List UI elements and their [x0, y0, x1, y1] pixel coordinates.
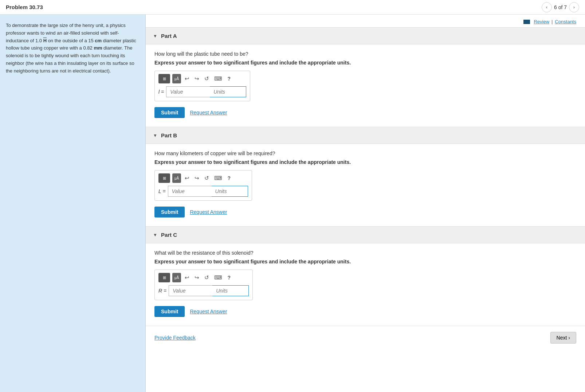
- part-c-toggle[interactable]: ▼: [153, 232, 157, 238]
- part-b-undo-button[interactable]: ↩: [183, 173, 191, 183]
- part-c-keyboard-button[interactable]: ⌨: [213, 273, 224, 282]
- part-b-submit-button[interactable]: Submit: [154, 207, 185, 217]
- footer-row: Provide Feedback Next ›: [146, 326, 585, 349]
- part-b-units-input[interactable]: [212, 186, 248, 197]
- part-b-reset-button[interactable]: ↺: [203, 173, 211, 183]
- part-a-units-input[interactable]: [210, 86, 246, 97]
- link-separator: |: [551, 19, 553, 24]
- part-b-instruction: Express your answer to two significant f…: [154, 159, 576, 165]
- review-icon: [523, 20, 530, 24]
- part-c-question: What will be the resistance of this sole…: [154, 250, 576, 256]
- part-a-actions: Submit Request Answer: [154, 107, 576, 118]
- feedback-link[interactable]: Provide Feedback: [154, 335, 196, 341]
- main-layout: To demonstrate the large size of the hen…: [0, 15, 585, 392]
- part-a-toolbar: ⊞ μÅ ↩ ↪ ↺ ⌨ ?: [158, 74, 246, 83]
- next-label: Next: [557, 335, 567, 341]
- part-c-actions: Submit Request Answer: [154, 306, 576, 317]
- part-c-help-button[interactable]: ?: [226, 274, 232, 281]
- page-count: 6 of 7: [554, 4, 567, 10]
- part-b-toggle[interactable]: ▼: [153, 133, 157, 138]
- part-b-body: How many kilometers of copper wire will …: [146, 144, 585, 226]
- part-b-header[interactable]: ▼ Part B: [146, 127, 585, 144]
- part-a-question: How long will the plastic tube need to b…: [154, 51, 576, 57]
- part-c-body: What will be the resistance of this sole…: [146, 243, 585, 326]
- constants-link[interactable]: Constants: [555, 19, 576, 24]
- part-b-actions: Submit Request Answer: [154, 207, 576, 217]
- part-c-input-row: R =: [158, 285, 249, 296]
- top-links-bar: Review | Constants: [146, 15, 585, 27]
- part-b-answer-box: ⊞ μÅ ↩ ↪ ↺ ⌨ ? L =: [154, 170, 252, 201]
- part-b-value-input[interactable]: [168, 186, 212, 197]
- part-c-reset-button[interactable]: ↺: [203, 273, 211, 282]
- part-a-request-link[interactable]: Request Answer: [190, 110, 227, 115]
- part-c-toolbar: ⊞ μÅ ↩ ↪ ↺ ⌨ ?: [158, 273, 249, 282]
- part-c-unit-button[interactable]: μÅ: [172, 273, 181, 282]
- part-a-matrix-button[interactable]: ⊞: [158, 74, 170, 83]
- problem-title: Problem 30.73: [6, 4, 43, 10]
- part-a-reset-button[interactable]: ↺: [203, 74, 211, 83]
- part-c-redo-button[interactable]: ↪: [193, 273, 201, 282]
- part-a-unit-button[interactable]: μÅ: [172, 74, 181, 83]
- part-b-section: ▼ Part B How many kilometers of copper w…: [146, 127, 585, 226]
- part-a-section: ▼ Part A How long will the plastic tube …: [146, 27, 585, 127]
- part-a-label: Part A: [161, 33, 177, 39]
- part-c-var: R =: [158, 288, 166, 294]
- part-c-units-input[interactable]: [212, 285, 249, 296]
- part-c-matrix-button[interactable]: ⊞: [158, 273, 170, 282]
- part-a-toggle[interactable]: ▼: [153, 34, 157, 39]
- problem-text: To demonstrate the large size of the hen…: [6, 22, 140, 75]
- next-button[interactable]: ›: [569, 2, 579, 12]
- part-b-question: How many kilometers of copper wire will …: [154, 150, 576, 156]
- part-c-section: ▼ Part C What will be the resistance of …: [146, 226, 585, 326]
- part-b-matrix-button[interactable]: ⊞: [158, 173, 170, 183]
- part-b-label: Part B: [161, 132, 177, 138]
- part-a-body: How long will the plastic tube need to b…: [146, 44, 585, 127]
- part-a-input-row: l =: [158, 86, 246, 97]
- part-b-keyboard-button[interactable]: ⌨: [213, 173, 224, 183]
- part-a-header[interactable]: ▼ Part A: [146, 28, 585, 44]
- review-link[interactable]: Review: [534, 19, 549, 24]
- part-a-redo-button[interactable]: ↪: [193, 74, 201, 83]
- part-a-help-button[interactable]: ?: [226, 75, 232, 82]
- part-a-var: l =: [158, 89, 164, 95]
- problem-sidebar: To demonstrate the large size of the hen…: [0, 15, 146, 392]
- next-page-button[interactable]: Next ›: [550, 332, 576, 344]
- part-b-redo-button[interactable]: ↪: [193, 173, 201, 183]
- prev-button[interactable]: ‹: [542, 2, 552, 12]
- pagination-nav: ‹ 6 of 7 ›: [542, 2, 579, 12]
- part-a-value-input[interactable]: [166, 86, 210, 97]
- part-b-toolbar: ⊞ μÅ ↩ ↪ ↺ ⌨ ?: [158, 173, 248, 183]
- part-c-label: Part C: [161, 232, 177, 238]
- part-c-header[interactable]: ▼ Part C: [146, 227, 585, 243]
- part-b-help-button[interactable]: ?: [226, 175, 232, 182]
- page-header: Problem 30.73 ‹ 6 of 7 ›: [0, 0, 585, 15]
- part-b-unit-button[interactable]: μÅ: [172, 173, 181, 183]
- main-content: Review | Constants ▼ Part A How long wil…: [146, 15, 585, 392]
- part-b-var: L =: [158, 188, 166, 194]
- part-a-instruction: Express your answer to two significant f…: [154, 60, 576, 66]
- part-c-submit-button[interactable]: Submit: [154, 306, 185, 317]
- part-c-undo-button[interactable]: ↩: [183, 273, 191, 282]
- part-a-undo-button[interactable]: ↩: [183, 74, 191, 83]
- part-b-request-link[interactable]: Request Answer: [190, 209, 227, 215]
- part-c-answer-box: ⊞ μÅ ↩ ↪ ↺ ⌨ ? R =: [154, 270, 253, 300]
- part-a-keyboard-button[interactable]: ⌨: [213, 74, 224, 83]
- part-a-submit-button[interactable]: Submit: [154, 107, 185, 118]
- part-b-input-row: L =: [158, 186, 248, 197]
- part-c-value-input[interactable]: [169, 285, 212, 296]
- part-a-answer-box: ⊞ μÅ ↩ ↪ ↺ ⌨ ? l =: [154, 71, 250, 101]
- next-arrow-icon: ›: [568, 335, 570, 341]
- part-c-instruction: Express your answer to two significant f…: [154, 259, 576, 264]
- part-c-request-link[interactable]: Request Answer: [190, 309, 227, 314]
